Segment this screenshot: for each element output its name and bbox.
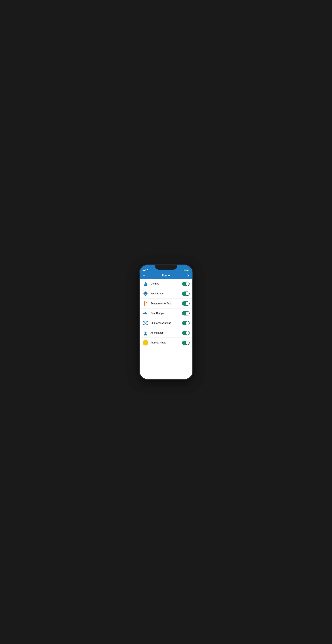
- page-title: Places: [162, 274, 171, 277]
- svg-line-9: [144, 292, 145, 293]
- marinas-label: Marinas: [151, 282, 182, 285]
- status-right: ⚡: [184, 270, 190, 271]
- svg-line-10: [146, 294, 147, 295]
- artificial-reefs-toggle[interactable]: [182, 341, 190, 345]
- phone-screen: ⚡ ← Places ✕ Marina: [140, 265, 192, 379]
- yacht-clubs-label: Yacht Clubs: [151, 292, 182, 295]
- marinas-toggle[interactable]: [182, 282, 190, 286]
- signal-bars-icon: [142, 269, 145, 271]
- app-header: ← Places ✕: [140, 272, 192, 279]
- svg-marker-0: [145, 282, 148, 285]
- svg-point-27: [144, 335, 145, 336]
- yellow-circle-icon: [143, 340, 148, 346]
- anchorages-label: Anchorages: [151, 332, 182, 334]
- svg-rect-2: [144, 285, 147, 286]
- reef-icon: [142, 340, 148, 346]
- clubs-associations-toggle[interactable]: [182, 321, 190, 325]
- list-item[interactable]: Restaurants & Bars: [140, 299, 192, 308]
- svg-point-28: [146, 335, 147, 336]
- yacht-club-icon: [142, 291, 148, 296]
- clubs-associations-label: Clubs/Associations: [151, 322, 182, 324]
- status-left: [142, 269, 148, 271]
- notch: [155, 265, 177, 270]
- list-item[interactable]: Boat Ramps: [140, 308, 192, 318]
- marina-icon: [142, 281, 148, 287]
- anchor-icon: [142, 330, 148, 336]
- back-button[interactable]: ←: [142, 274, 145, 277]
- wifi-icon: [146, 269, 148, 271]
- close-button[interactable]: ✕: [187, 274, 190, 277]
- list-item[interactable]: Marinas: [140, 279, 192, 289]
- svg-point-4: [145, 293, 146, 294]
- list-item[interactable]: Artificial Reefs: [140, 338, 192, 348]
- battery-icon: ⚡: [184, 270, 190, 271]
- clubs-icon: [142, 320, 148, 326]
- restaurants-bars-label: Restaurants & Bars: [151, 302, 182, 305]
- restaurant-icon: [142, 300, 148, 306]
- boat-ramp-icon: [142, 310, 148, 316]
- artificial-reefs-label: Artificial Reefs: [151, 341, 182, 344]
- anchorages-toggle[interactable]: [182, 331, 190, 335]
- places-list: Marinas: [140, 279, 192, 379]
- list-item[interactable]: Clubs/Associations: [140, 318, 192, 328]
- phone-shell: ⚡ ← Places ✕ Marina: [140, 265, 192, 379]
- svg-line-12: [144, 294, 145, 295]
- boat-ramps-toggle[interactable]: [182, 311, 190, 316]
- restaurants-bars-toggle[interactable]: [182, 301, 190, 306]
- boat-ramps-label: Boat Ramps: [151, 312, 182, 315]
- list-item[interactable]: Yacht Clubs: [140, 289, 192, 299]
- list-item[interactable]: Anchorages: [140, 328, 192, 338]
- content-spacer: [140, 348, 192, 379]
- svg-marker-1: [144, 282, 145, 285]
- charging-bolt-icon: ⚡: [188, 270, 190, 271]
- yacht-clubs-toggle[interactable]: [182, 292, 190, 296]
- svg-line-11: [146, 292, 147, 293]
- svg-rect-17: [144, 314, 147, 314]
